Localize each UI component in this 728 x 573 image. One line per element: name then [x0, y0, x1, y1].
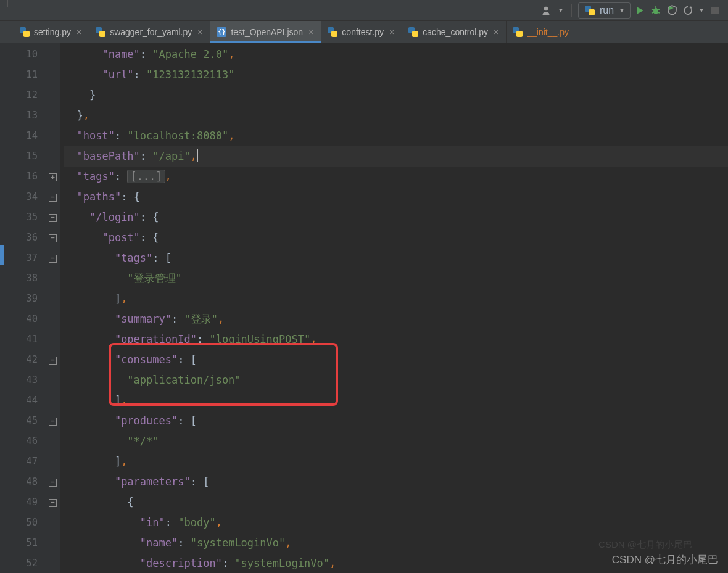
svg-line-3: [652, 9, 654, 10]
tab-swagger-for-yaml-py[interactable]: swagger_for_yaml.py ×: [89, 21, 210, 43]
line-number: 51: [6, 533, 38, 553]
svg-rect-7: [711, 7, 719, 14]
fold-guide: [44, 65, 60, 85]
toolbar-separator: [571, 4, 572, 17]
tab-label: setting.py: [34, 27, 71, 37]
debug-icon[interactable]: [649, 4, 663, 17]
tab-label: conftest.py: [342, 27, 384, 37]
tab-test-openapi-json[interactable]: test_OpenAPI.json ×: [210, 21, 321, 43]
caret: [197, 149, 198, 162]
line-number: 44: [6, 390, 38, 411]
fold-end-icon[interactable]: [44, 451, 60, 472]
update-icon[interactable]: [681, 4, 695, 17]
python-icon: [20, 27, 30, 37]
run-icon[interactable]: [633, 4, 647, 17]
editor-tabs: setting.py × swagger_for_yaml.py × test_…: [0, 21, 728, 43]
tab-init-py[interactable]: __init__.py: [507, 21, 575, 43]
line-number: 12: [6, 85, 38, 105]
line-number: 48: [6, 472, 38, 492]
close-icon[interactable]: ×: [307, 28, 315, 36]
tab-label: __init__.py: [527, 27, 569, 37]
fold-end-icon[interactable]: [44, 85, 60, 105]
fold-collapse-icon[interactable]: [44, 350, 60, 370]
fold-end-icon[interactable]: [44, 289, 60, 309]
line-number: 42: [6, 350, 38, 370]
line-number: 46: [6, 431, 38, 451]
fold-guide: [44, 146, 60, 167]
fold-guide: [44, 44, 60, 65]
run-config-label: run: [600, 5, 614, 16]
close-icon[interactable]: ×: [75, 28, 83, 36]
run-config-dropdown[interactable]: run ▼: [578, 2, 631, 19]
change-marker: [0, 245, 4, 265]
line-number: 50: [6, 513, 38, 533]
fold-end-icon[interactable]: [44, 105, 60, 126]
fold-expand-icon[interactable]: [44, 167, 60, 187]
fold-guide: [44, 513, 60, 533]
fold-collapse-icon[interactable]: [44, 492, 60, 513]
line-number: 45: [6, 411, 38, 431]
folded-region[interactable]: [...]: [127, 170, 165, 183]
close-icon[interactable]: ×: [196, 28, 204, 36]
fold-collapse-icon[interactable]: [44, 248, 60, 268]
line-number: 14: [6, 126, 38, 146]
line-number: 47: [6, 451, 38, 472]
close-icon[interactable]: ×: [388, 28, 395, 36]
tab-cache-control-py[interactable]: cache_control.py ×: [402, 21, 507, 43]
fold-end-icon[interactable]: [44, 390, 60, 411]
tab-conftest-py[interactable]: conftest.py ×: [321, 21, 402, 43]
watermark-faint: CSDN @七月的小尾巴: [598, 539, 692, 551]
svg-line-5: [652, 12, 654, 13]
line-number: 13: [6, 105, 38, 126]
line-number: 41: [6, 329, 38, 350]
fold-collapse-icon[interactable]: [44, 472, 60, 492]
line-number: 15: [6, 146, 38, 167]
fold-guide: [44, 553, 60, 573]
fold-collapse-icon[interactable]: [44, 207, 60, 228]
fold-guide: [44, 268, 60, 289]
line-number: 40: [6, 309, 38, 329]
python-icon: [96, 27, 105, 37]
svg-point-0: [544, 6, 548, 10]
python-icon: [408, 27, 418, 37]
line-number: 39: [6, 289, 38, 309]
close-icon[interactable]: ×: [492, 28, 500, 36]
line-number: 43: [6, 370, 38, 390]
line-number: 34: [6, 187, 38, 207]
chevron-down-icon[interactable]: ▼: [556, 4, 565, 17]
code-area[interactable]: "name": "Apache 2.0", "url": "1231321321…: [60, 43, 728, 573]
fold-collapse-icon[interactable]: [44, 228, 60, 248]
main-toolbar: ▼ run ▼ ▼: [0, 0, 728, 21]
fold-guide: [44, 533, 60, 553]
marker-strip: [0, 43, 6, 573]
line-number: 35: [6, 207, 38, 228]
fold-collapse-icon[interactable]: [44, 187, 60, 207]
code-editor[interactable]: 10 11 12 13 14 15 16 34 35 36 37 38 39 4…: [0, 43, 728, 573]
fold-guide: [44, 370, 60, 390]
tab-setting-py[interactable]: setting.py ×: [14, 21, 89, 43]
python-icon: [328, 27, 337, 37]
line-number: 11: [6, 65, 38, 85]
tab-label: test_OpenAPI.json: [231, 27, 303, 37]
coverage-icon[interactable]: [665, 4, 679, 17]
line-number: 36: [6, 228, 38, 248]
tab-label: swagger_for_yaml.py: [110, 27, 192, 37]
watermark: CSDN @七月的小尾巴: [612, 553, 718, 567]
python-icon: [513, 27, 523, 37]
user-add-icon[interactable]: [540, 4, 554, 17]
line-number: 49: [6, 492, 38, 513]
fold-guide: [44, 431, 60, 451]
json-icon: [217, 27, 226, 37]
line-number: 38: [6, 268, 38, 289]
fold-column: [44, 43, 60, 573]
svg-line-4: [658, 9, 660, 10]
chevron-down-icon[interactable]: ▼: [697, 4, 706, 17]
fold-guide: [44, 329, 60, 350]
line-number: 52: [6, 553, 38, 573]
line-number-gutter: 10 11 12 13 14 15 16 34 35 36 37 38 39 4…: [6, 43, 44, 573]
svg-point-1: [653, 8, 658, 14]
python-icon: [585, 6, 595, 15]
fold-guide: [44, 309, 60, 329]
stop-icon: [708, 4, 722, 17]
fold-collapse-icon[interactable]: [44, 411, 60, 431]
